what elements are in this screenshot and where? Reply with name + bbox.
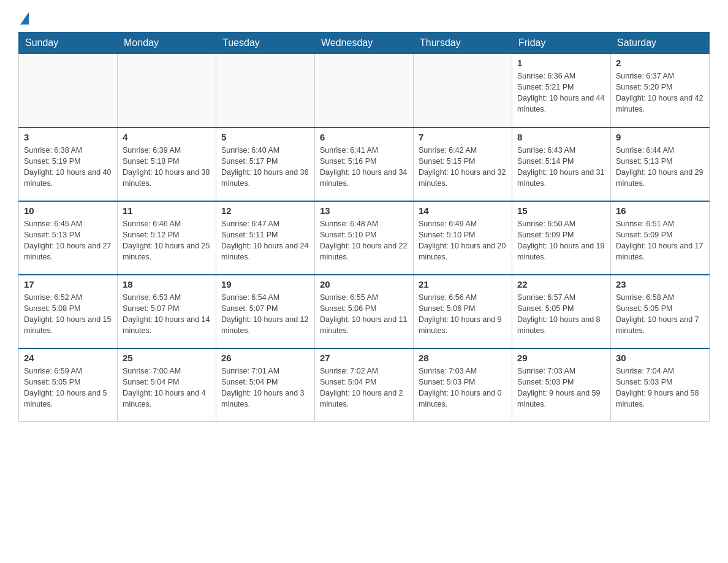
calendar-day-cell: 2Sunrise: 6:37 AM Sunset: 5:20 PM Daylig… xyxy=(611,54,710,128)
day-info: Sunrise: 6:46 AM Sunset: 5:12 PM Dayligh… xyxy=(123,218,211,263)
day-number: 15 xyxy=(517,205,605,216)
calendar-week-row: 10Sunrise: 6:45 AM Sunset: 5:13 PM Dayli… xyxy=(19,201,710,275)
day-number: 21 xyxy=(419,279,507,289)
calendar-day-cell: 5Sunrise: 6:40 AM Sunset: 5:17 PM Daylig… xyxy=(216,128,315,201)
calendar-day-cell: 29Sunrise: 7:03 AM Sunset: 5:03 PM Dayli… xyxy=(512,348,611,422)
calendar-day-cell: 7Sunrise: 6:42 AM Sunset: 5:15 PM Daylig… xyxy=(414,128,512,201)
day-info: Sunrise: 6:39 AM Sunset: 5:18 PM Dayligh… xyxy=(123,145,211,190)
day-info: Sunrise: 6:43 AM Sunset: 5:14 PM Dayligh… xyxy=(517,145,605,190)
day-info: Sunrise: 6:55 AM Sunset: 5:06 PM Dayligh… xyxy=(320,292,408,337)
day-number: 29 xyxy=(517,353,605,363)
day-info: Sunrise: 6:47 AM Sunset: 5:11 PM Dayligh… xyxy=(221,218,309,263)
calendar-day-cell: 28Sunrise: 7:03 AM Sunset: 5:03 PM Dayli… xyxy=(414,348,512,422)
day-info: Sunrise: 7:03 AM Sunset: 5:03 PM Dayligh… xyxy=(517,366,605,410)
calendar-day-cell: 12Sunrise: 6:47 AM Sunset: 5:11 PM Dayli… xyxy=(216,201,315,275)
day-info: Sunrise: 6:53 AM Sunset: 5:07 PM Dayligh… xyxy=(123,292,211,337)
day-number: 12 xyxy=(221,205,309,216)
calendar-day-cell: 14Sunrise: 6:49 AM Sunset: 5:10 PM Dayli… xyxy=(414,201,512,275)
calendar-table: SundayMondayTuesdayWednesdayThursdayFrid… xyxy=(18,32,710,422)
calendar-day-cell: 26Sunrise: 7:01 AM Sunset: 5:04 PM Dayli… xyxy=(216,348,315,422)
day-number: 6 xyxy=(320,132,408,142)
day-number: 17 xyxy=(24,279,112,289)
day-number: 19 xyxy=(221,279,309,289)
calendar-day-cell: 19Sunrise: 6:54 AM Sunset: 5:07 PM Dayli… xyxy=(216,275,315,348)
calendar-day-cell xyxy=(216,54,315,128)
day-number: 4 xyxy=(123,132,211,142)
day-number: 26 xyxy=(221,353,309,363)
calendar-day-header: Sunday xyxy=(19,33,118,54)
day-number: 24 xyxy=(24,353,112,363)
calendar-day-cell: 23Sunrise: 6:58 AM Sunset: 5:05 PM Dayli… xyxy=(611,275,710,348)
page-header xyxy=(18,12,710,26)
day-number: 30 xyxy=(616,353,704,363)
day-info: Sunrise: 6:36 AM Sunset: 5:21 PM Dayligh… xyxy=(517,71,605,115)
day-number: 11 xyxy=(123,205,211,216)
day-info: Sunrise: 6:44 AM Sunset: 5:13 PM Dayligh… xyxy=(616,145,704,190)
day-info: Sunrise: 6:50 AM Sunset: 5:09 PM Dayligh… xyxy=(517,218,605,263)
logo xyxy=(18,12,29,26)
calendar-day-cell xyxy=(19,54,118,128)
calendar-day-cell: 24Sunrise: 6:59 AM Sunset: 5:05 PM Dayli… xyxy=(19,348,118,422)
day-info: Sunrise: 6:52 AM Sunset: 5:08 PM Dayligh… xyxy=(24,292,112,337)
day-number: 3 xyxy=(24,132,112,142)
calendar-day-cell: 22Sunrise: 6:57 AM Sunset: 5:05 PM Dayli… xyxy=(512,275,611,348)
calendar-day-cell: 30Sunrise: 7:04 AM Sunset: 5:03 PM Dayli… xyxy=(611,348,710,422)
day-number: 5 xyxy=(221,132,309,142)
day-info: Sunrise: 6:38 AM Sunset: 5:19 PM Dayligh… xyxy=(24,145,112,190)
calendar-day-header: Tuesday xyxy=(216,33,315,54)
calendar-week-row: 17Sunrise: 6:52 AM Sunset: 5:08 PM Dayli… xyxy=(19,275,710,348)
day-info: Sunrise: 6:56 AM Sunset: 5:06 PM Dayligh… xyxy=(419,292,507,337)
calendar-day-header: Friday xyxy=(512,33,611,54)
calendar-day-header: Thursday xyxy=(414,33,512,54)
day-info: Sunrise: 6:54 AM Sunset: 5:07 PM Dayligh… xyxy=(221,292,309,337)
day-info: Sunrise: 6:40 AM Sunset: 5:17 PM Dayligh… xyxy=(221,145,309,190)
day-info: Sunrise: 6:59 AM Sunset: 5:05 PM Dayligh… xyxy=(24,366,112,410)
day-number: 9 xyxy=(616,132,704,142)
calendar-day-cell: 17Sunrise: 6:52 AM Sunset: 5:08 PM Dayli… xyxy=(19,275,118,348)
calendar-day-cell: 1Sunrise: 6:36 AM Sunset: 5:21 PM Daylig… xyxy=(512,54,611,128)
calendar-day-cell: 18Sunrise: 6:53 AM Sunset: 5:07 PM Dayli… xyxy=(118,275,216,348)
logo-triangle-icon xyxy=(20,12,29,25)
calendar-header-row: SundayMondayTuesdayWednesdayThursdayFrid… xyxy=(19,33,710,54)
day-number: 10 xyxy=(24,205,112,216)
calendar-day-cell: 25Sunrise: 7:00 AM Sunset: 5:04 PM Dayli… xyxy=(118,348,216,422)
day-number: 7 xyxy=(419,132,507,142)
calendar-day-cell: 6Sunrise: 6:41 AM Sunset: 5:16 PM Daylig… xyxy=(315,128,414,201)
day-number: 20 xyxy=(320,279,408,289)
day-number: 16 xyxy=(616,205,704,216)
day-info: Sunrise: 6:41 AM Sunset: 5:16 PM Dayligh… xyxy=(320,145,408,190)
day-number: 23 xyxy=(616,279,704,289)
day-number: 14 xyxy=(419,205,507,216)
calendar-day-cell: 13Sunrise: 6:48 AM Sunset: 5:10 PM Dayli… xyxy=(315,201,414,275)
day-info: Sunrise: 6:57 AM Sunset: 5:05 PM Dayligh… xyxy=(517,292,605,337)
day-number: 22 xyxy=(517,279,605,289)
day-info: Sunrise: 7:02 AM Sunset: 5:04 PM Dayligh… xyxy=(320,366,408,410)
day-info: Sunrise: 7:04 AM Sunset: 5:03 PM Dayligh… xyxy=(616,366,704,410)
calendar-day-cell: 9Sunrise: 6:44 AM Sunset: 5:13 PM Daylig… xyxy=(611,128,710,201)
calendar-week-row: 24Sunrise: 6:59 AM Sunset: 5:05 PM Dayli… xyxy=(19,348,710,422)
day-number: 13 xyxy=(320,205,408,216)
calendar-day-cell: 21Sunrise: 6:56 AM Sunset: 5:06 PM Dayli… xyxy=(414,275,512,348)
calendar-day-cell: 8Sunrise: 6:43 AM Sunset: 5:14 PM Daylig… xyxy=(512,128,611,201)
day-info: Sunrise: 7:03 AM Sunset: 5:03 PM Dayligh… xyxy=(419,366,507,410)
calendar-day-cell: 10Sunrise: 6:45 AM Sunset: 5:13 PM Dayli… xyxy=(19,201,118,275)
day-info: Sunrise: 6:48 AM Sunset: 5:10 PM Dayligh… xyxy=(320,218,408,263)
calendar-day-header: Monday xyxy=(118,33,216,54)
day-number: 28 xyxy=(419,353,507,363)
calendar-day-cell xyxy=(118,54,216,128)
calendar-day-header: Wednesday xyxy=(315,33,414,54)
day-info: Sunrise: 7:00 AM Sunset: 5:04 PM Dayligh… xyxy=(123,366,211,410)
calendar-week-row: 3Sunrise: 6:38 AM Sunset: 5:19 PM Daylig… xyxy=(19,128,710,201)
day-number: 1 xyxy=(517,58,605,68)
calendar-day-cell: 20Sunrise: 6:55 AM Sunset: 5:06 PM Dayli… xyxy=(315,275,414,348)
day-info: Sunrise: 6:45 AM Sunset: 5:13 PM Dayligh… xyxy=(24,218,112,263)
day-number: 8 xyxy=(517,132,605,142)
day-info: Sunrise: 6:42 AM Sunset: 5:15 PM Dayligh… xyxy=(419,145,507,190)
calendar-day-cell: 16Sunrise: 6:51 AM Sunset: 5:09 PM Dayli… xyxy=(611,201,710,275)
calendar-day-cell: 4Sunrise: 6:39 AM Sunset: 5:18 PM Daylig… xyxy=(118,128,216,201)
day-info: Sunrise: 6:37 AM Sunset: 5:20 PM Dayligh… xyxy=(616,71,704,115)
day-number: 27 xyxy=(320,353,408,363)
day-number: 18 xyxy=(123,279,211,289)
calendar-day-header: Saturday xyxy=(611,33,710,54)
day-info: Sunrise: 6:51 AM Sunset: 5:09 PM Dayligh… xyxy=(616,218,704,263)
